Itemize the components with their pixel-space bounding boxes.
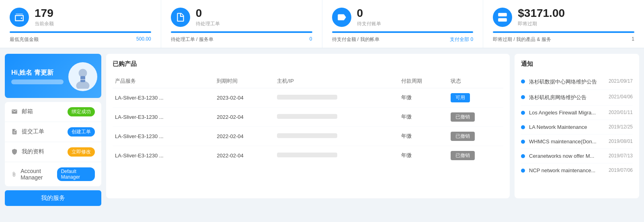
product-ip [275,88,399,107]
notice-item[interactable]: Ceranetworks now offer M... 2019/07/13 [521,149,633,163]
notice-item[interactable]: 洛杉矶机房网络维护公告 2021/04/06 [521,90,633,106]
product-ip [275,126,399,146]
menu-item-email[interactable]: 邮箱 绑定成功 [5,102,101,122]
stat-expiring: $3171.00 即将过期 即将过期 / 我的產品 & 服务 1 [483,0,644,48]
menu-email-badge: 绑定成功 [68,107,95,116]
notice-text: NCP network maintenance... [529,167,605,173]
product-status: 可用 [448,88,503,107]
notice-dot [521,169,525,173]
notice-dot [521,140,525,144]
svg-point-4 [500,19,500,20]
avatar [68,62,97,91]
product-name: LA-Sliver-E3-1230 ... [113,146,214,165]
product-expire: 2022-02-04 [214,146,275,165]
table-row[interactable]: LA-Sliver-E3-1230 ... 2023-02-04 年缴 可用 [113,88,503,107]
tickets-bar [171,31,312,33]
notice-date: 2020/01/11 [609,110,633,115]
user-card: Hi,姓名 青更新 [5,54,101,98]
balance-footer-right[interactable]: 500.00 [136,36,151,43]
product-status: 已撤销 [448,146,503,165]
product-expire: 2022-02-04 [214,107,275,126]
notice-item[interactable]: WHMCS maintenance(Don... 2019/08/01 [521,134,633,149]
main-content: Hi,姓名 青更新 邮箱 绑定成功 [0,48,644,212]
expiring-footer-right: 1 [632,36,634,43]
notice-text: Los Angeles Firewall Migra... [529,110,605,116]
product-expire: 2023-02-04 [214,88,275,107]
notice-text: LA Network Maintenance [529,124,605,130]
my-service-button[interactable]: 我的服务 [5,190,101,206]
invoices-footer: 待支付金额 / 我的帐单 支付全部 0 [332,36,474,43]
file-icon [171,8,190,27]
notice-dot [521,125,525,129]
menu-account-manager-label: Account Manager [21,168,57,181]
tag-icon [332,8,351,27]
products-panel: 已购产品 产品服务 到期时间 主机/IP 付款周期 状态 LA-Sliver-E… [106,54,510,198]
product-name: LA-Sliver-E3-1230 ... [113,126,214,146]
notice-item[interactable]: NCP network maintenance... 2019/07/06 [521,163,633,177]
stat-tickets: 0 待处理工单 待处理工单 / 服务单 0 [161,0,322,48]
product-ip [275,107,399,126]
menu-item-profile[interactable]: 我的资料 立即修改 [5,142,101,162]
product-expire: 2022-02-04 [214,126,275,146]
balance-label: 当前余额 [35,20,54,27]
envelope-icon [11,108,18,115]
invoices-bar [332,31,474,33]
col-expire: 到期时间 [214,74,275,88]
svg-rect-9 [80,79,86,80]
invoices-footer-left: 待支付金额 / 我的帐单 [332,36,379,43]
menu-ticket-badge: 创建工单 [68,127,95,136]
notice-dot [521,79,525,84]
file-list-icon [11,128,18,135]
tickets-footer: 待处理工单 / 服务单 0 [171,36,312,43]
table-row[interactable]: LA-Sliver-E3-1230 ... 2022-02-04 年缴 已撤销 [113,146,503,165]
menu-profile-label: 我的资料 [22,148,44,155]
expiring-number: $3171.00 [518,7,565,20]
notice-dot [521,111,525,115]
notice-item[interactable]: Los Angeles Firewall Migra... 2020/01/11 [521,106,633,120]
menu-item-ticket[interactable]: 提交工单 创建工单 [5,122,101,142]
menu-item-account-manager[interactable]: Account Manager Default Manager [5,162,101,186]
stat-balance: 179 当前余额 最低充值金额 500.00 [0,0,161,48]
table-row[interactable]: LA-Sliver-E3-1230 ... 2022-02-04 年缴 已撤销 [113,126,503,146]
server-icon [493,8,512,27]
product-name: LA-Sliver-E3-1230 ... [113,88,214,107]
balance-number: 179 [35,7,54,20]
tickets-footer-left: 待处理工单 / 服务单 [171,36,213,43]
product-cycle: 年缴 [399,88,448,107]
svg-rect-1 [498,13,507,16]
user-greeting: Hi,姓名 青更新 [11,69,64,77]
notice-dot [521,95,525,99]
col-cycle: 付款周期 [399,74,448,88]
tickets-label: 待处理工单 [196,20,220,27]
product-name: LA-Sliver-E3-1230 ... [113,107,214,126]
product-cycle: 年缴 [399,146,448,165]
balance-footer-left: 最低充值金额 [10,36,39,43]
invoices-footer-right[interactable]: 支付全部 0 [450,36,473,43]
products-table: 产品服务 到期时间 主机/IP 付款周期 状态 LA-Sliver-E3-123… [113,74,503,165]
top-stats-bar: 179 当前余额 最低充值金额 500.00 0 待处理工单 待处理工单 / 服… [0,0,644,48]
notice-item[interactable]: LA Network Maintenance 2019/12/25 [521,120,633,134]
notice-date: 2019/12/25 [609,124,633,130]
expiring-label: 即将过期 [518,20,565,27]
menu-account-manager-badge: Default Manager [57,167,95,181]
product-status: 已撤销 [448,107,503,126]
notice-text: WHMCS maintenance(Don... [529,138,605,145]
expiring-footer-left: 即将过期 / 我的產品 & 服务 [493,36,551,43]
table-row[interactable]: LA-Sliver-E3-1230 ... 2022-02-04 年缴 已撤销 [113,107,503,126]
notices-panel: 通知 洛杉矶数据中心网络维护公告 2021/09/17 洛杉矶机房网络维护公告 … [515,54,639,198]
svg-point-3 [500,14,500,15]
notice-dot [521,154,525,158]
menu-profile-badge: 立即修改 [68,147,95,157]
product-cycle: 年缴 [399,107,448,126]
svg-point-0 [21,17,22,18]
tickets-footer-right[interactable]: 0 [310,36,312,43]
wallet-icon [10,8,29,27]
product-ip [275,146,399,165]
notice-item[interactable]: 洛杉矶数据中心网络维护公告 2021/09/17 [521,74,633,90]
svg-point-6 [79,69,87,77]
notice-text: Ceranetworks now offer M... [529,153,605,159]
balance-bar [10,31,151,33]
balance-footer: 最低充值金额 500.00 [10,36,151,43]
user-blur-bar [11,79,64,84]
menu-email-label: 邮箱 [22,108,33,115]
